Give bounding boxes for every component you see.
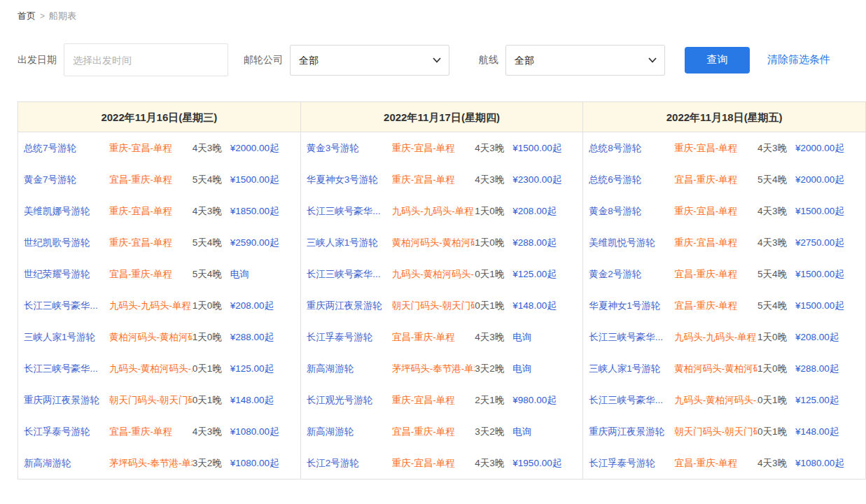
cruise-route-link[interactable]: 重庆-宜昌-单程: [109, 237, 193, 249]
cruise-row[interactable]: 美维凯娜号游轮重庆-宜昌-单程4天3晚¥1850.00起: [18, 195, 300, 227]
cruise-name-link[interactable]: 长江三峡号豪华...: [24, 300, 109, 312]
cruise-row[interactable]: 长江三峡号豪华...九码头-九码头-单程1天0晚¥208.00起: [301, 195, 583, 227]
breadcrumb-home-link[interactable]: 首页: [18, 10, 36, 22]
cruise-row[interactable]: 长江三峡号豪华...九码头-黄柏河码头-...0天1晚¥125.00起: [301, 258, 583, 290]
cruise-row[interactable]: 华夏神女1号游轮宜昌-重庆-单程5天4晚¥1500.00起: [583, 290, 865, 321]
cruise-row[interactable]: 华夏神女3号游轮重庆-宜昌-单程4天3晚¥2300.00起: [301, 164, 583, 195]
cruise-row[interactable]: 总统7号游轮重庆-宜昌-单程4天3晚¥2000.00起: [18, 132, 300, 164]
cruise-row[interactable]: 长江孚泰号游轮宜昌-重庆-单程4天3晚¥1080.00起: [583, 447, 865, 479]
cruise-row[interactable]: 三峡人家1号游轮黄柏河码头-黄柏河码...1天0晚¥288.00起: [583, 353, 865, 384]
cruise-route-link[interactable]: 朝天门码头-朝天门码...: [109, 394, 193, 407]
cruise-name-link[interactable]: 长江三峡号豪华...: [24, 363, 109, 375]
cruise-name-link[interactable]: 长江孚泰号游轮: [307, 331, 392, 344]
cruise-row[interactable]: 新高湖游轮茅坪码头-奉节港-单程3天2晚¥1080.00起: [18, 447, 300, 479]
cruise-route-link[interactable]: 九码头-九码头-单程: [674, 331, 757, 344]
cruise-name-link[interactable]: 长江三峡号豪华...: [307, 205, 392, 218]
cruise-route-link[interactable]: 重庆-宜昌-单程: [109, 205, 193, 218]
departure-date-input[interactable]: [64, 43, 228, 76]
cruise-name-link[interactable]: 重庆两江夜景游轮: [589, 426, 674, 438]
cruise-row[interactable]: 三峡人家1号游轮黄柏河码头-黄柏河码...1天0晚¥288.00起: [301, 227, 583, 258]
cruise-route-link[interactable]: 茅坪码头-奉节港-单程: [109, 457, 193, 470]
cruise-route-link[interactable]: 重庆-宜昌-单程: [392, 174, 475, 186]
cruise-row[interactable]: 总统6号游轮宜昌-重庆-单程5天4晚¥2000.00起: [583, 164, 865, 195]
cruise-name-link[interactable]: 新高湖游轮: [307, 363, 392, 375]
cruise-name-link[interactable]: 黄金3号游轮: [307, 142, 392, 155]
cruise-route-link[interactable]: 宜昌-重庆-单程: [674, 174, 757, 186]
cruise-name-link[interactable]: 总统8号游轮: [589, 142, 674, 155]
cruise-row[interactable]: 长江三峡号豪华...九码头-黄柏河码头-...0天1晚¥125.00起: [583, 384, 865, 416]
cruise-row[interactable]: 黄金7号游轮宜昌-重庆-单程5天4晚¥1500.00起: [18, 164, 300, 195]
cruise-row[interactable]: 总统8号游轮重庆-宜昌-单程4天3晚¥2000.00起: [583, 132, 865, 164]
cruise-route-link[interactable]: 重庆-宜昌-单程: [392, 394, 475, 407]
cruise-name-link[interactable]: 长江三峡号豪华...: [589, 394, 674, 407]
cruise-name-link[interactable]: 长江孚泰号游轮: [24, 426, 109, 438]
cruise-route-link[interactable]: 黄柏河码头-黄柏河码...: [109, 331, 193, 344]
cruise-name-link[interactable]: 重庆两江夜景游轮: [307, 300, 392, 312]
cruise-route-link[interactable]: 重庆-宜昌-单程: [109, 142, 193, 155]
cruise-route-link[interactable]: 九码头-九码头-单程: [109, 300, 193, 312]
cruise-route-link[interactable]: 宜昌-重庆-单程: [674, 300, 757, 312]
cruise-row[interactable]: 新高湖游轮宜昌-重庆-单程3天2晚电询: [301, 416, 583, 447]
cruise-name-link[interactable]: 总统7号游轮: [24, 142, 109, 155]
cruise-name-link[interactable]: 美维凯娜号游轮: [24, 205, 109, 218]
clear-filters-link[interactable]: 清除筛选条件: [767, 53, 830, 66]
cruise-name-link[interactable]: 三峡人家1号游轮: [589, 363, 674, 375]
cruise-name-link[interactable]: 世纪荣耀号游轮: [24, 268, 109, 281]
cruise-company-select[interactable]: 全部: [290, 45, 449, 76]
cruise-route-link[interactable]: 九码头-黄柏河码头-...: [674, 394, 757, 407]
cruise-name-link[interactable]: 华夏神女1号游轮: [589, 300, 674, 312]
cruise-route-link[interactable]: 九码头-九码头-单程: [392, 205, 475, 218]
cruise-row[interactable]: 黄金8号游轮重庆-宜昌-单程4天3晚¥1500.00起: [583, 195, 865, 227]
cruise-row[interactable]: 长江孚泰号游轮宜昌-重庆-单程4天3晚电询: [301, 321, 583, 353]
cruise-row[interactable]: 世纪凯歌号游轮重庆-宜昌-单程5天4晚¥2590.00起: [18, 227, 300, 258]
cruise-route-link[interactable]: 宜昌-重庆-单程: [109, 174, 193, 186]
cruise-route-link[interactable]: 宜昌-重庆-单程: [109, 268, 193, 281]
cruise-name-link[interactable]: 新高湖游轮: [24, 457, 109, 470]
cruise-name-link[interactable]: 世纪凯歌号游轮: [24, 237, 109, 249]
cruise-row[interactable]: 长江孚泰号游轮宜昌-重庆-单程4天3晚¥1080.00起: [18, 416, 300, 447]
cruise-row[interactable]: 长江三峡号豪华...九码头-九码头-单程1天0晚¥208.00起: [18, 290, 300, 321]
cruise-route-link[interactable]: 茅坪码头-奉节港-单程: [392, 363, 475, 375]
cruise-name-link[interactable]: 长江三峡号豪华...: [307, 268, 392, 281]
cruise-row[interactable]: 长江三峡号豪华...九码头-黄柏河码头-...0天1晚¥125.00起: [18, 353, 300, 384]
cruise-row[interactable]: 黄金2号游轮宜昌-重庆-单程5天4晚¥1500.00起: [583, 258, 865, 290]
cruise-name-link[interactable]: 长江观光号游轮: [307, 394, 392, 407]
cruise-route-link[interactable]: 重庆-宜昌-单程: [392, 457, 475, 470]
cruise-row[interactable]: 重庆两江夜景游轮朝天门码头-朝天门码...0天1晚¥148.00起: [301, 290, 583, 321]
cruise-row[interactable]: 长江观光号游轮重庆-宜昌-单程2天1晚¥980.00起: [301, 384, 583, 416]
cruise-row[interactable]: 长江三峡号豪华...九码头-九码头-单程1天0晚¥208.00起: [583, 321, 865, 353]
cruise-name-link[interactable]: 总统6号游轮: [589, 174, 674, 186]
search-button[interactable]: 查询: [685, 47, 750, 74]
cruise-name-link[interactable]: 三峡人家1号游轮: [307, 237, 392, 249]
cruise-name-link[interactable]: 美维凯悦号游轮: [589, 237, 674, 249]
cruise-row[interactable]: 三峡人家1号游轮黄柏河码头-黄柏河码...1天0晚¥288.00起: [18, 321, 300, 353]
cruise-route-link[interactable]: 重庆-宜昌-单程: [674, 205, 757, 218]
cruise-route-link[interactable]: 宜昌-重庆-单程: [392, 331, 475, 344]
cruise-route-link[interactable]: 朝天门码头-朝天门码...: [674, 426, 757, 438]
cruise-name-link[interactable]: 重庆两江夜景游轮: [24, 394, 109, 407]
cruise-row[interactable]: 美维凯悦号游轮重庆-宜昌-单程4天3晚¥2750.00起: [583, 227, 865, 258]
cruise-route-link[interactable]: 朝天门码头-朝天门码...: [392, 300, 475, 312]
cruise-route-link[interactable]: 重庆-宜昌-单程: [392, 142, 475, 155]
cruise-name-link[interactable]: 黄金7号游轮: [24, 174, 109, 186]
cruise-route-link[interactable]: 宜昌-重庆-单程: [674, 268, 757, 281]
cruise-name-link[interactable]: 华夏神女3号游轮: [307, 174, 392, 186]
cruise-name-link[interactable]: 黄金2号游轮: [589, 268, 674, 281]
cruise-row[interactable]: 长江2号游轮重庆-宜昌-单程4天3晚¥1950.00起: [301, 447, 583, 479]
cruise-route-link[interactable]: 重庆-宜昌-单程: [674, 237, 757, 249]
cruise-name-link[interactable]: 长江2号游轮: [307, 457, 392, 470]
cruise-route-link[interactable]: 重庆-宜昌-单程: [674, 142, 757, 155]
cruise-row[interactable]: 重庆两江夜景游轮朝天门码头-朝天门码...0天1晚¥148.00起: [583, 416, 865, 447]
cruise-name-link[interactable]: 黄金8号游轮: [589, 205, 674, 218]
cruise-route-link[interactable]: 黄柏河码头-黄柏河码...: [674, 363, 757, 375]
cruise-row[interactable]: 黄金3号游轮重庆-宜昌-单程4天3晚¥1500.00起: [301, 132, 583, 164]
cruise-row[interactable]: 重庆两江夜景游轮朝天门码头-朝天门码...0天1晚¥148.00起: [18, 384, 300, 416]
cruise-route-link[interactable]: 九码头-黄柏河码头-...: [392, 268, 475, 281]
cruise-route-link[interactable]: 黄柏河码头-黄柏河码...: [392, 237, 475, 249]
cruise-route-link[interactable]: 九码头-黄柏河码头-...: [109, 363, 193, 375]
cruise-route-link[interactable]: 宜昌-重庆-单程: [674, 457, 757, 470]
cruise-name-link[interactable]: 长江孚泰号游轮: [589, 457, 674, 470]
cruise-route-link[interactable]: 宜昌-重庆-单程: [392, 426, 475, 438]
cruise-row[interactable]: 世纪荣耀号游轮宜昌-重庆-单程5天4晚电询: [18, 258, 300, 290]
cruise-name-link[interactable]: 新高湖游轮: [307, 426, 392, 438]
